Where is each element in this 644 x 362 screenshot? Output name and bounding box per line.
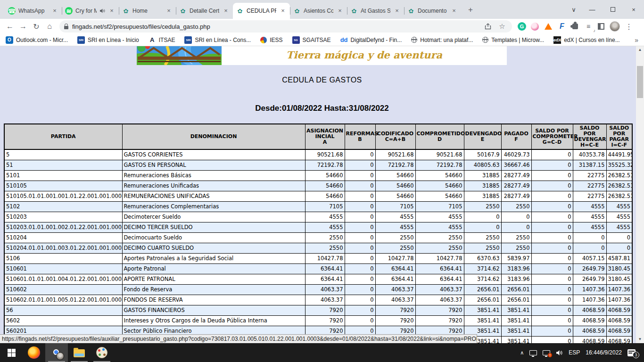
browser-tab-at-gastos-sen[interactable]: ✿At Gastos Sen× <box>347 3 404 19</box>
denominacion-cell[interactable]: FONDOS DE RESERVA <box>122 295 305 305</box>
tab-audio-icon[interactable] <box>99 8 105 14</box>
playlist-extension-icon[interactable]: ≡ <box>582 20 594 33</box>
bookmark-sri-en-l-nea-cons[interactable]: SRISRI en Línea - Cons... <box>184 36 251 44</box>
tray-expand-icon[interactable]: ∧ <box>520 350 524 356</box>
window-close-button[interactable]: × <box>623 0 644 19</box>
denominacion-cell[interactable]: GASTOS CORRIENTES <box>122 149 305 160</box>
browser-tab-home[interactable]: ✿Home× <box>119 3 176 19</box>
extensions-puzzle-icon[interactable] <box>572 24 578 29</box>
denominacion-cell[interactable]: Intereses y Otros Cargos de la Deuda Púb… <box>122 315 305 326</box>
partida-cell[interactable]: 510203.01.01.001.002.01.22.001.001.0001 <box>4 222 122 232</box>
denominacion-cell[interactable]: Aportes Patronales a la Seguridad Social <box>122 253 305 263</box>
tab-close-icon[interactable]: × <box>51 7 58 15</box>
tab-search-chevron-icon[interactable]: ∨ <box>566 0 582 19</box>
partida-cell[interactable]: 510203 <box>4 212 122 222</box>
partida-cell[interactable]: 5 <box>4 149 122 160</box>
bookmark-itsae[interactable]: AITSAE <box>149 36 175 44</box>
browser-tab-detalle-certifi[interactable]: ✿Detalle Certifi× <box>176 3 233 19</box>
scrollbar-thumb[interactable] <box>637 66 643 98</box>
partida-cell[interactable]: 51 <box>4 160 122 170</box>
tab-close-icon[interactable]: × <box>450 7 458 15</box>
tab-close-icon[interactable]: × <box>336 7 344 15</box>
browser-tab-whatsapp[interactable]: ☎WhatsApp× <box>5 3 62 19</box>
start-button[interactable] <box>0 343 23 362</box>
taskbar-chrome-button[interactable] <box>45 343 68 362</box>
tab-close-icon[interactable]: × <box>165 7 173 15</box>
browser-menu-icon[interactable]: ⋮ <box>623 20 635 33</box>
partida-cell[interactable]: 510601 <box>4 263 122 274</box>
denominacion-cell[interactable]: Fondo de Reserva <box>122 284 305 295</box>
denominacion-cell[interactable]: Remuneraciones Unificadas <box>122 181 305 191</box>
language-indicator[interactable]: ESP <box>569 349 580 356</box>
denominacion-cell[interactable]: DECIMO CUARTO SUELDO <box>122 243 305 253</box>
scroll-down-icon[interactable]: ▼ <box>636 336 644 343</box>
denominacion-cell[interactable]: GASTOS EN PERSONAL <box>122 160 305 170</box>
browser-tab-documento-si[interactable]: ✿Documento si× <box>404 3 461 19</box>
denominacion-cell[interactable]: Decimotercer Sueldo <box>122 212 305 222</box>
bookmark-outlook-com-micr[interactable]: OOutlook.com - Micr... <box>6 36 68 44</box>
profile-avatar[interactable] <box>610 21 620 32</box>
partida-cell[interactable]: 5106 <box>4 253 122 263</box>
partida-cell[interactable]: 510204 <box>4 232 122 243</box>
share-icon[interactable] <box>483 23 493 30</box>
denominacion-cell[interactable]: DECIMO TERCER SUELDO <box>122 222 305 232</box>
taskbar-clock[interactable]: 16:44 6/9/2022 <box>586 349 622 356</box>
scroll-up-icon[interactable]: ▲ <box>636 46 644 54</box>
bookmark-edx-cursos-en-l-ne[interactable]: edXedX | Cursos en líne... <box>553 36 620 44</box>
denominacion-cell[interactable]: GASTOS FINANCIEROS <box>122 305 305 315</box>
bookmark-sgaitsae[interactable]: SGSGAITSAE <box>292 36 331 44</box>
bookmark-star-icon[interactable]: ☆ <box>497 22 507 31</box>
denominacion-cell[interactable]: Remuneraciones Básicas <box>122 170 305 181</box>
denominacion-cell[interactable]: REMUNERACIONES UNIFICADAS <box>122 191 305 201</box>
alert-icon[interactable] <box>543 350 550 355</box>
taskbar-explorer-button[interactable] <box>68 343 91 362</box>
bookmark-sri-en-l-nea-inicio[interactable]: SRISRI en Línea - Inicio <box>77 36 139 44</box>
bookmark-iess[interactable]: IESS <box>260 37 282 43</box>
side-panel-icon[interactable] <box>598 23 604 30</box>
page-scrollbar[interactable]: ▲ ▼ <box>636 46 644 343</box>
bookmark-templates-microw[interactable]: Templates | Microw... <box>482 37 544 43</box>
url-text[interactable]: fingads.net/sf2/presupuesto/files/cedula… <box>72 23 479 30</box>
bookmark-hotmart-una-plataf[interactable]: Hotmart: una plataf... <box>411 37 473 43</box>
partida-cell[interactable]: 5602 <box>4 315 122 326</box>
back-button[interactable]: ← <box>4 20 16 33</box>
bookmarks-overflow-icon[interactable]: » <box>635 36 638 44</box>
partida-cell[interactable]: 510204.01.01.001.003.01.22.001.001.0001 <box>4 243 122 253</box>
pink-extension-icon[interactable] <box>531 23 539 31</box>
denominacion-cell[interactable]: Remuneraciones Complementarias <box>122 201 305 212</box>
denominacion-cell[interactable]: Decimocuarto Sueldo <box>122 232 305 243</box>
partida-cell[interactable]: 510602.01.01.001.005.01.22.001.001.0001 <box>4 295 122 305</box>
grammarly-extension-icon[interactable]: G <box>518 22 526 31</box>
taskbar-paint-button[interactable] <box>91 343 113 362</box>
denominacion-cell[interactable]: Aporte Patronal <box>122 263 305 274</box>
partida-cell[interactable]: 510601.01.01.001.004.01.22.001.001.0001 <box>4 274 122 284</box>
address-bar[interactable]: fingads.net/sf2/presupuesto/files/cedula… <box>59 20 512 33</box>
tab-close-icon[interactable]: × <box>222 7 230 15</box>
browser-tab-cry-for-m[interactable]: ≋Cry for M× <box>62 3 119 19</box>
reload-button[interactable]: ↻ <box>30 20 42 33</box>
partida-cell[interactable]: 510602 <box>4 284 122 295</box>
window-restore-button[interactable] <box>603 0 623 19</box>
avast-extension-icon[interactable] <box>545 23 552 30</box>
f-extension-icon[interactable]: F <box>556 20 568 33</box>
window-minimize-button[interactable]: — <box>582 0 603 19</box>
browser-tab-asientos-cont[interactable]: ✿Asientos Cont× <box>290 3 347 19</box>
tab-close-icon[interactable]: × <box>393 7 401 15</box>
bookmark-digitaldefynd-fin[interactable]: ddDigitalDefynd - Fin... <box>340 36 402 44</box>
taskbar-firefox-button[interactable] <box>23 343 45 362</box>
notification-center-icon[interactable]: 3 <box>627 349 636 356</box>
new-tab-button[interactable]: + <box>464 4 477 17</box>
browser-tab-cedula-pres[interactable]: ✿CEDULA PRES× <box>233 3 290 19</box>
partida-cell[interactable]: 5102 <box>4 201 122 212</box>
network-icon[interactable] <box>529 350 537 355</box>
partida-cell[interactable]: 510105 <box>4 181 122 191</box>
tab-close-icon[interactable]: × <box>108 7 116 15</box>
partida-cell[interactable]: 5101 <box>4 170 122 181</box>
forward-button[interactable]: → <box>17 20 29 33</box>
lock-icon[interactable] <box>64 26 68 29</box>
volume-icon[interactable] <box>556 350 563 356</box>
partida-cell[interactable]: 510105.01.01.001.001.01.22.001.001.0001 <box>4 191 122 201</box>
tab-close-icon[interactable]: × <box>279 7 287 15</box>
home-button[interactable]: ⌂ <box>43 20 56 33</box>
partida-cell[interactable]: 56 <box>4 305 122 315</box>
